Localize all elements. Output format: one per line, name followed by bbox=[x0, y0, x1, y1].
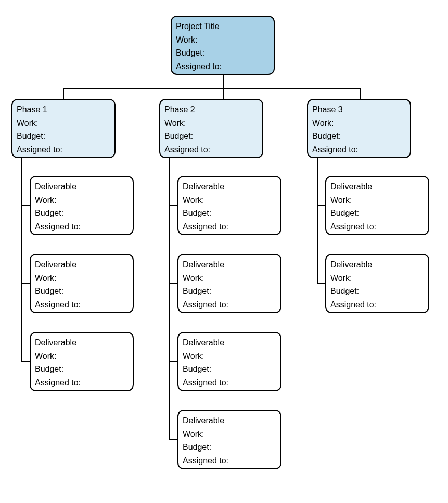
deliverable-node: Deliverable Work: Budget: Assigned to: bbox=[177, 176, 281, 235]
root-node: Project Title Work: Budget: Assigned to: bbox=[171, 16, 275, 75]
deliverable-work: Work: bbox=[183, 272, 276, 285]
deliverable-work: Work: bbox=[183, 194, 276, 207]
deliverable-work: Work: bbox=[35, 272, 129, 285]
deliverable-budget: Budget: bbox=[35, 285, 129, 298]
phase-node-1: Phase 1 Work: Budget: Assigned to: bbox=[11, 99, 116, 158]
phase-title: Phase 1 bbox=[17, 103, 110, 117]
deliverable-node: Deliverable Work: Budget: Assigned to: bbox=[30, 332, 134, 391]
deliverable-node: Deliverable Work: Budget: Assigned to: bbox=[30, 176, 134, 235]
phase-title: Phase 2 bbox=[164, 103, 258, 117]
root-assigned: Assigned to: bbox=[176, 60, 270, 73]
deliverable-title: Deliverable bbox=[35, 258, 129, 272]
phase-work: Work: bbox=[17, 117, 110, 130]
phase-assigned: Assigned to: bbox=[312, 143, 406, 157]
deliverable-budget: Budget: bbox=[183, 363, 276, 376]
deliverable-budget: Budget: bbox=[35, 207, 129, 220]
deliverable-title: Deliverable bbox=[330, 180, 424, 194]
phase-budget: Budget: bbox=[164, 130, 258, 143]
deliverable-title: Deliverable bbox=[183, 336, 276, 350]
deliverable-assigned: Assigned to: bbox=[330, 220, 424, 234]
phase-budget: Budget: bbox=[17, 130, 110, 143]
deliverable-work: Work: bbox=[330, 194, 424, 207]
deliverable-assigned: Assigned to: bbox=[35, 376, 129, 390]
deliverable-assigned: Assigned to: bbox=[183, 454, 276, 468]
deliverable-node: Deliverable Work: Budget: Assigned to: bbox=[177, 254, 281, 313]
deliverable-budget: Budget: bbox=[330, 207, 424, 220]
deliverable-assigned: Assigned to: bbox=[183, 376, 276, 390]
root-work: Work: bbox=[176, 33, 270, 47]
phase-assigned: Assigned to: bbox=[17, 143, 110, 157]
deliverable-budget: Budget: bbox=[183, 207, 276, 220]
deliverable-node: Deliverable Work: Budget: Assigned to: bbox=[30, 254, 134, 313]
deliverable-budget: Budget: bbox=[183, 441, 276, 454]
phase-work: Work: bbox=[164, 117, 258, 130]
deliverable-title: Deliverable bbox=[183, 414, 276, 428]
deliverable-title: Deliverable bbox=[35, 180, 129, 194]
deliverable-assigned: Assigned to: bbox=[35, 220, 129, 234]
root-title: Project Title bbox=[176, 20, 270, 33]
deliverable-node: Deliverable Work: Budget: Assigned to: bbox=[177, 332, 281, 391]
deliverable-title: Deliverable bbox=[330, 258, 424, 272]
deliverable-budget: Budget: bbox=[183, 285, 276, 298]
deliverable-work: Work: bbox=[183, 428, 276, 441]
root-budget: Budget: bbox=[176, 46, 270, 60]
deliverable-assigned: Assigned to: bbox=[183, 220, 276, 234]
phase-budget: Budget: bbox=[312, 130, 406, 143]
deliverable-title: Deliverable bbox=[183, 258, 276, 272]
diagram-canvas: Project Title Work: Budget: Assigned to:… bbox=[0, 0, 448, 503]
deliverable-node: Deliverable Work: Budget: Assigned to: bbox=[325, 176, 429, 235]
deliverable-title: Deliverable bbox=[35, 336, 129, 350]
deliverable-budget: Budget: bbox=[35, 363, 129, 376]
deliverable-budget: Budget: bbox=[330, 285, 424, 298]
deliverable-node: Deliverable Work: Budget: Assigned to: bbox=[177, 410, 281, 469]
deliverable-work: Work: bbox=[183, 350, 276, 363]
deliverable-work: Work: bbox=[330, 272, 424, 285]
phase-title: Phase 3 bbox=[312, 103, 406, 117]
deliverable-work: Work: bbox=[35, 194, 129, 207]
phase-work: Work: bbox=[312, 117, 406, 130]
deliverable-assigned: Assigned to: bbox=[330, 298, 424, 312]
deliverable-title: Deliverable bbox=[183, 180, 276, 194]
deliverable-node: Deliverable Work: Budget: Assigned to: bbox=[325, 254, 429, 313]
phase-node-2: Phase 2 Work: Budget: Assigned to: bbox=[159, 99, 263, 158]
deliverable-assigned: Assigned to: bbox=[35, 298, 129, 312]
deliverable-work: Work: bbox=[35, 350, 129, 363]
phase-node-3: Phase 3 Work: Budget: Assigned to: bbox=[307, 99, 411, 158]
deliverable-assigned: Assigned to: bbox=[183, 298, 276, 312]
phase-assigned: Assigned to: bbox=[164, 143, 258, 157]
